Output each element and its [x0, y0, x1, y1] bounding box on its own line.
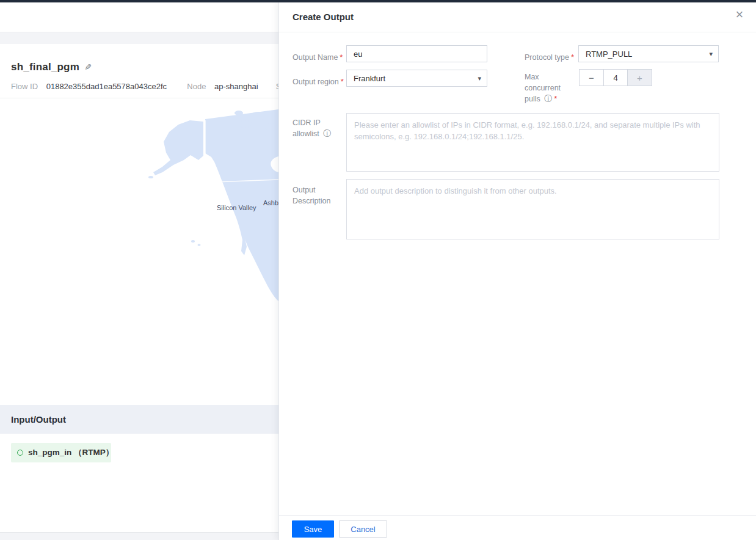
protocol-type-label: Protocol type* — [525, 52, 574, 63]
cancel-button[interactable]: Cancel — [339, 520, 387, 538]
required-marker: * — [341, 77, 344, 86]
edit-pencil-icon[interactable]: ✎ — [84, 62, 92, 72]
map-label-silicon-valley: Silicon Valley — [217, 204, 256, 211]
region-map: Silicon Valley Ashb — [0, 98, 278, 405]
output-region-label: Output region* — [293, 76, 344, 87]
input-status-circle-icon — [17, 450, 23, 456]
info-icon[interactable]: ⓘ — [323, 129, 331, 138]
drawer-header: Create Output × — [279, 2, 756, 32]
cidr-allowlist-label: CIDR IP allowlist ⓘ — [293, 117, 334, 139]
stepper-value[interactable]: 4 — [603, 70, 628, 86]
chevron-down-icon: ▾ — [478, 75, 481, 82]
console-top-bar — [0, 0, 756, 2]
output-region-select[interactable]: Frankfurt ▾ — [346, 70, 487, 87]
cidr-allowlist-textarea[interactable] — [346, 113, 719, 172]
io-item-name: sh_pgm_in （RTMP） — [28, 447, 114, 458]
close-icon[interactable]: × — [732, 8, 747, 24]
max-pulls-label: Max concurrent pulls ⓘ* — [525, 71, 571, 104]
protocol-type-value: RTMP_PULL — [586, 49, 632, 59]
flow-id-label: Flow ID — [11, 82, 38, 91]
protocol-type-select[interactable]: RTMP_PULL ▾ — [578, 45, 719, 62]
output-name-input[interactable] — [346, 45, 487, 62]
stepper-minus-button[interactable]: − — [580, 70, 603, 86]
chevron-down-icon: ▾ — [709, 50, 713, 58]
info-icon[interactable]: ⓘ — [544, 94, 552, 103]
page-bottom-band — [0, 533, 278, 540]
flow-title: sh_final_pgm✎ — [11, 61, 92, 73]
output-region-value: Frankfurt — [354, 74, 385, 83]
required-marker: * — [554, 94, 557, 103]
flow-id-value: 01882e355dad1ea5578a043ce2fc — [46, 82, 167, 91]
input-output-section-header: Input/Output — [0, 405, 278, 434]
node-value: ap-shanghai — [214, 82, 258, 91]
io-item-sh-pgm-in[interactable]: sh_pgm_in （RTMP） — [11, 443, 111, 462]
drawer-footer: Save Cancel — [279, 515, 756, 540]
node-label: Node — [187, 82, 206, 91]
output-name-label: Output Name* — [293, 52, 343, 63]
output-description-label: Output Description — [293, 184, 341, 206]
max-pulls-stepper: − 4 + — [579, 69, 652, 86]
world-map-graphic — [0, 98, 278, 405]
required-marker: * — [571, 53, 574, 62]
input-output-title: Input/Output — [11, 414, 66, 425]
required-marker: * — [340, 53, 343, 62]
drawer-title: Create Output — [293, 12, 354, 22]
map-label-ashburn: Ashb — [263, 199, 278, 206]
save-button[interactable]: Save — [292, 520, 334, 538]
flow-title-text: sh_final_pgm — [11, 61, 79, 73]
create-output-drawer: Create Output × Output Name* Protocol ty… — [278, 2, 756, 540]
stepper-plus-button[interactable]: + — [628, 70, 652, 86]
output-description-textarea[interactable] — [346, 179, 719, 239]
